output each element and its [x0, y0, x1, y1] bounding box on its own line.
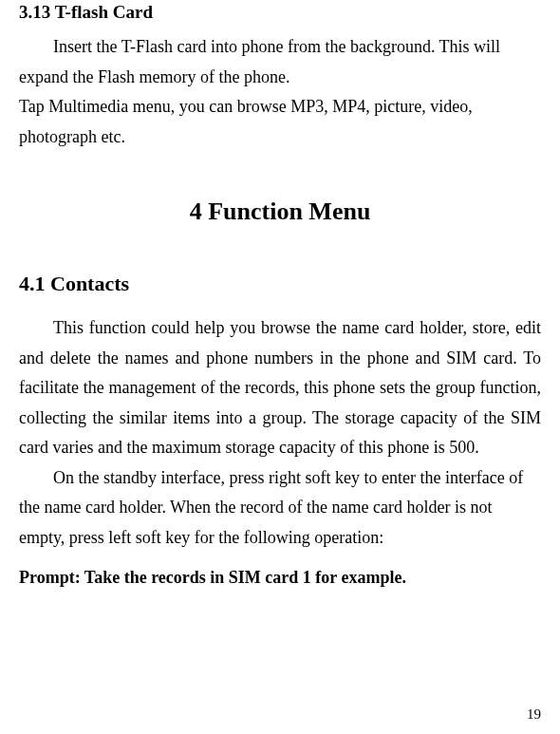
- chapter-4-heading: 4 Function Menu: [19, 198, 541, 226]
- section-3-13-para2: Tap Multimedia menu, you can browse MP3,…: [19, 92, 541, 152]
- page-number: 19: [527, 706, 541, 723]
- section-4-1-para1: This function could help you browse the …: [19, 313, 541, 463]
- section-3-13-para1: Insert the T-Flash card into phone from …: [19, 32, 541, 92]
- section-4-1-prompt: Prompt: Take the records in SIM card 1 f…: [19, 568, 541, 588]
- section-4-1-para2: On the standby interface, press right so…: [19, 463, 541, 554]
- section-4-1-heading: 4.1 Contacts: [19, 272, 541, 296]
- section-3-13-heading: 3.13 T-flash Card: [19, 2, 541, 23]
